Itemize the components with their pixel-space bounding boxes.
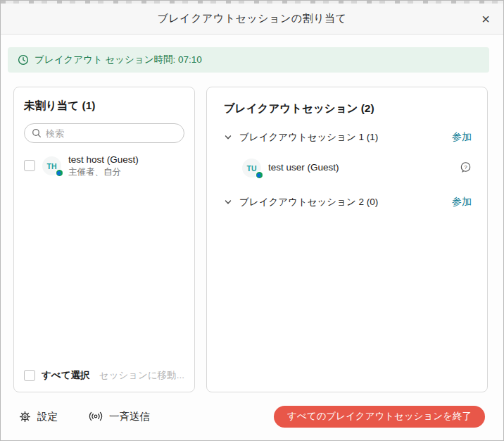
session-2-join-button[interactable]: 参加 <box>452 196 472 209</box>
dialog-title: ブレイクアウトセッションの割り当て <box>158 12 347 25</box>
avatar: TU <box>242 159 261 178</box>
settings-label: 設定 <box>37 410 58 423</box>
clock-icon <box>18 54 29 66</box>
move-to-session-button[interactable]: セッションに移動... <box>99 369 184 382</box>
session-1-join-button[interactable]: 参加 <box>452 131 472 144</box>
close-button[interactable]: × <box>475 8 496 30</box>
broadcast-label: 一斉送信 <box>109 410 150 423</box>
participant-checkbox[interactable] <box>24 160 35 171</box>
select-all-checkbox[interactable] <box>24 370 35 381</box>
device-connected-badge <box>256 171 263 179</box>
search-input[interactable] <box>46 128 177 139</box>
dialog-titlebar: ブレイクアウトセッションの割り当て × <box>1 4 503 35</box>
unassigned-panel: 未割り当て (1) TH test host (Guest) <box>13 87 195 392</box>
chevron-down-icon[interactable] <box>224 198 232 206</box>
avatar-initials: TH <box>47 162 57 170</box>
spacer <box>24 178 184 362</box>
session-row-1[interactable]: ブレイクアウトセッション 1 (1) 参加 <box>221 125 473 150</box>
dialog-footer: 設定 一斉送信 すべてのブレイクアウトセッションを終了 <box>1 392 503 440</box>
chevron-down-icon[interactable] <box>224 133 232 142</box>
breakout-assignment-dialog: ブレイクアウトセッションの割り当て × ブレイクアウト セッション時間: 07:… <box>0 0 504 441</box>
avatar-initials: TU <box>247 164 257 173</box>
participant-name: test host (Guest) <box>68 154 139 165</box>
device-connected-badge <box>56 169 63 177</box>
participant-role: 主催者、自分 <box>68 166 139 178</box>
search-box <box>24 123 184 143</box>
sessions-panel: ブレイクアウトセッション (2) ブレイクアウトセッション 1 (1) 参加 T… <box>206 87 488 392</box>
session-1-label: ブレイクアウトセッション 1 (1) <box>239 131 378 144</box>
participant-meta: test host (Guest) 主催者、自分 <box>68 154 139 178</box>
unassigned-panel-footer: すべて選択 セッションに移動... <box>24 362 184 382</box>
unassigned-participant-row[interactable]: TH test host (Guest) 主催者、自分 <box>24 154 184 178</box>
sessions-title: ブレイクアウトセッション (2) <box>224 101 473 116</box>
panels-container: 未割り当て (1) TH test host (Guest) <box>1 73 503 392</box>
session-1-participant-row[interactable]: TU test user (Guest) ? <box>242 153 472 181</box>
search-icon <box>32 128 42 138</box>
end-all-sessions-button[interactable]: すべてのブレイクアウトセッションを終了 <box>274 406 485 428</box>
session-row-2[interactable]: ブレイクアウトセッション 2 (0) 参加 <box>221 190 473 215</box>
help-question-bubble-icon[interactable]: ? <box>460 161 472 173</box>
select-all-label: すべて選択 <box>42 369 89 382</box>
unassigned-title: 未割り当て (1) <box>24 99 184 113</box>
broadcast-icon <box>89 411 103 422</box>
svg-text:?: ? <box>464 163 467 170</box>
session-2-label: ブレイクアウトセッション 2 (0) <box>239 196 378 209</box>
session-time-banner: ブレイクアウト セッション時間: 07:10 <box>8 47 489 73</box>
session-time-text: ブレイクアウト セッション時間: 07:10 <box>34 54 202 66</box>
select-all-control[interactable]: すべて選択 <box>24 369 89 382</box>
participant-name: test user (Guest) <box>268 162 339 173</box>
avatar: TH <box>42 156 61 175</box>
broadcast-button[interactable]: 一斉送信 <box>89 410 150 423</box>
settings-button[interactable]: 設定 <box>19 410 58 423</box>
gear-icon <box>19 411 31 423</box>
